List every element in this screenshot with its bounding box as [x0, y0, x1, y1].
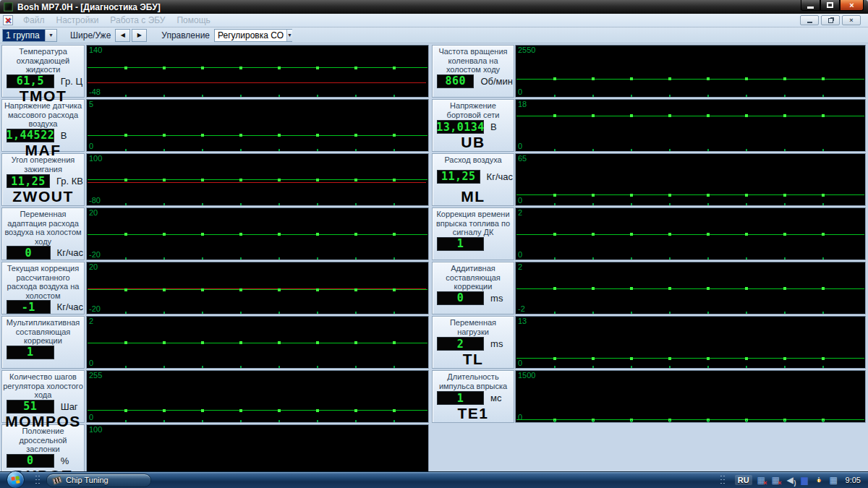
data-point	[668, 233, 671, 236]
value-display: 51	[7, 400, 54, 414]
control-select[interactable]: Регулировка СО ▼	[214, 29, 292, 42]
graph-min-label: 0	[518, 250, 522, 260]
data-point	[822, 194, 825, 197]
graph-min-label: 0	[89, 142, 93, 151]
menu-bar: ✕ Файл Настройки Работа с ЭБУ Помощь ×	[0, 14, 868, 27]
parameter-panel: Коррекция времени впрыска топлива по сиг…	[432, 207, 514, 260]
data-point	[278, 409, 281, 412]
group-select[interactable]: 1 группа ▼	[2, 29, 57, 42]
graph-min-label: 0	[518, 87, 522, 97]
chevron-down-icon[interactable]: ▼	[45, 30, 56, 41]
app-tray-icon[interactable]: ▆	[799, 475, 810, 486]
axis-tick	[822, 312, 824, 314]
parameter-panel: Напряжение бортовой сети13,0134ВUB	[432, 99, 514, 152]
mdi-restore-button[interactable]	[821, 15, 840, 25]
axis-tick	[202, 420, 203, 422]
size-label: Шире/Уже	[70, 30, 111, 40]
network-disconnected-icon[interactable]: ▦×	[756, 475, 767, 486]
axis-tick	[278, 420, 280, 422]
parameter-unit: мс	[490, 393, 501, 403]
data-point	[745, 77, 748, 80]
maximize-button[interactable]	[820, 0, 840, 11]
network-disconnected-icon-overlay: ×	[763, 480, 767, 487]
data-point	[668, 357, 671, 360]
parameter-title: Мультипликативная составляющая коррекции	[3, 318, 83, 346]
graph-min-label: -48	[89, 87, 101, 97]
language-indicator[interactable]: RU	[735, 475, 752, 485]
parameter-value-row: 0%	[3, 454, 83, 468]
wider-button[interactable]: ▶	[132, 29, 147, 42]
parameter-unit: Шаг	[61, 401, 78, 412]
menu-help[interactable]: Помощь	[171, 15, 216, 25]
graph-max-label: 65	[518, 154, 527, 163]
data-point	[630, 357, 633, 360]
parameter-code	[3, 359, 83, 369]
tray-grip[interactable]	[720, 474, 726, 486]
parameter-unit: Кг/час	[487, 171, 513, 182]
menu-file[interactable]: Файл	[17, 15, 51, 25]
axis-tick	[278, 312, 280, 314]
reference-line	[88, 182, 426, 183]
axis-tick	[163, 149, 165, 151]
graph-min-label: -20	[89, 304, 101, 314]
chevron-down-icon[interactable]: ▼	[286, 30, 292, 41]
parameter-title: Переменная нагрузки	[433, 318, 513, 336]
axis-tick	[554, 366, 556, 368]
axis-tick	[202, 312, 203, 314]
mdi-minimize-button[interactable]	[800, 15, 819, 25]
task-button-chip-tuning[interactable]: Chip Tuning	[46, 474, 151, 487]
taskbar-grip[interactable]	[35, 474, 41, 486]
data-point	[553, 114, 556, 117]
mdi-window-controls: ×	[800, 15, 861, 25]
data-point	[239, 179, 242, 181]
graph-max-label: 18	[518, 100, 527, 109]
parameter-panel: Угол опережения зажигания11,25Гр. КВZWOU…	[1, 153, 85, 206]
menu-settings[interactable]: Настройки	[51, 15, 105, 25]
graph-line	[516, 358, 864, 359]
data-point	[745, 194, 748, 197]
data-point	[553, 357, 556, 360]
parameter-value: 51	[23, 400, 37, 413]
axis-tick	[554, 95, 556, 97]
mdi-close-button[interactable]: ×	[842, 15, 861, 25]
axis-tick	[554, 420, 556, 422]
volume-icon[interactable]: ◀)	[785, 475, 796, 486]
data-point	[354, 67, 357, 69]
data-point	[278, 341, 281, 344]
axis-tick	[784, 257, 786, 260]
parameter-code: UB	[433, 134, 513, 151]
parameter-value-row: 1мс	[433, 391, 513, 405]
data-point	[707, 357, 710, 360]
axis-tick	[125, 203, 127, 205]
mdi-system-icon[interactable]: ✕	[3, 15, 13, 25]
graph-panel: 130	[515, 316, 866, 369]
window-title: Bosh MP7.0H - [Диагностика ЭБУ]	[17, 2, 161, 12]
start-button[interactable]	[7, 471, 25, 488]
parameter-unit: В	[61, 130, 67, 141]
task-label: Chip Tuning	[66, 476, 109, 484]
narrower-button[interactable]: ◀	[115, 29, 130, 42]
axis-tick	[355, 312, 357, 314]
data-point	[201, 341, 204, 344]
graph-panel: 180	[515, 99, 866, 152]
arrow-left-icon: ◀	[121, 32, 125, 38]
info-icon[interactable]: ●i	[814, 475, 825, 486]
data-point	[354, 233, 357, 236]
data-point	[163, 409, 166, 412]
minimize-button[interactable]	[801, 0, 820, 11]
graph-line	[88, 67, 427, 68]
axis-tick	[746, 312, 747, 314]
close-button[interactable]: ×	[840, 0, 864, 11]
axis-tick	[240, 312, 242, 314]
label-column-left: Температура охлаждающей жидкости61,5Гр. …	[1, 45, 85, 471]
close-icon: ×	[849, 1, 854, 9]
network-icon[interactable]: ▦	[828, 475, 839, 486]
menu-ecu-work[interactable]: Работа с ЭБУ	[104, 15, 171, 25]
parameter-panel: Переменная адаптация расхода воздуха на …	[1, 207, 85, 260]
network-disconnected2-icon[interactable]: ▦×	[770, 475, 781, 486]
data-point	[822, 114, 825, 117]
axis-tick	[317, 366, 318, 368]
value-display: 1,44522	[7, 129, 54, 142]
mdi-restore-icon	[828, 18, 833, 23]
value-display: 860	[437, 74, 474, 88]
